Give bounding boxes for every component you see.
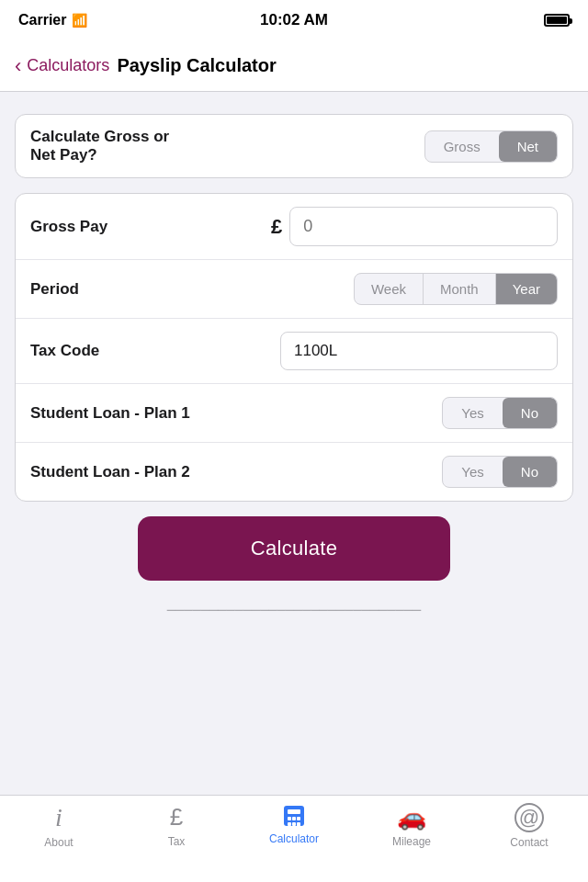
tab-tax[interactable]: £ Tax: [118, 803, 235, 848]
tab-about[interactable]: i About: [0, 803, 118, 849]
period-row: Period Week Month Year: [16, 260, 572, 319]
net-option[interactable]: Net: [499, 131, 557, 162]
period-label: Period: [30, 280, 354, 299]
gross-pay-input[interactable]: [289, 207, 558, 246]
loan1-yes-option[interactable]: Yes: [443, 398, 502, 428]
period-segmented: Week Month Year: [354, 273, 558, 305]
tab-calculator-label: Calculator: [269, 832, 319, 845]
carrier-label: Carrier: [18, 12, 66, 28]
week-option[interactable]: Week: [355, 274, 424, 304]
svg-rect-2: [288, 817, 291, 820]
contact-icon: @: [514, 803, 544, 832]
month-option[interactable]: Month: [424, 274, 496, 304]
nav-bar: ‹ Calculators Payslip Calculator: [0, 40, 588, 92]
loan1-no-option[interactable]: No: [503, 398, 557, 428]
loan2-yes-option[interactable]: Yes: [443, 457, 502, 487]
svg-rect-5: [288, 822, 291, 826]
back-button[interactable]: ‹ Calculators: [15, 54, 109, 78]
tax-code-input[interactable]: [280, 332, 558, 370]
page-title: Payslip Calculator: [117, 55, 276, 76]
hint-area: ──────────────────────────────: [0, 595, 588, 623]
calculate-button-wrap: Calculate: [15, 516, 573, 581]
battery-icon: [544, 14, 570, 27]
svg-rect-6: [292, 822, 296, 826]
student-loan-1-segmented: Yes No: [442, 397, 558, 429]
tab-contact[interactable]: @ Contact: [470, 803, 588, 849]
status-time: 10:02 AM: [260, 11, 328, 29]
mileage-icon: 🚗: [397, 803, 426, 831]
gross-net-label: Calculate Gross orNet Pay?: [30, 128, 424, 164]
status-bar: Carrier 📶 10:02 AM: [0, 0, 588, 40]
student-loan-2-row: Student Loan - Plan 2 Yes No: [16, 443, 572, 501]
svg-rect-3: [292, 817, 296, 820]
calculate-button[interactable]: Calculate: [138, 516, 450, 581]
loan2-no-option[interactable]: No: [503, 457, 557, 487]
student-loan-1-row: Student Loan - Plan 1 Yes No: [16, 384, 572, 443]
tab-tax-label: Tax: [168, 835, 186, 848]
tab-about-label: About: [44, 836, 73, 849]
chevron-left-icon: ‹: [15, 54, 21, 78]
tab-mileage-label: Mileage: [392, 835, 431, 848]
student-loan-1-label: Student Loan - Plan 1: [30, 404, 442, 423]
pound-symbol: £: [271, 215, 282, 239]
tax-code-label: Tax Code: [30, 342, 280, 360]
back-label[interactable]: Calculators: [27, 56, 109, 75]
tax-icon: £: [170, 803, 183, 831]
gross-net-segmented: Gross Net: [424, 130, 558, 163]
hint-text: ──────────────────────────────: [167, 603, 421, 616]
calculator-icon: [281, 803, 307, 829]
main-fields-card: Gross Pay £ Period Week Month Year Tax C…: [15, 193, 573, 502]
student-loan-2-segmented: Yes No: [442, 456, 558, 488]
svg-rect-1: [288, 809, 300, 814]
gross-pay-label: Gross Pay: [30, 218, 271, 236]
student-loan-2-label: Student Loan - Plan 2: [30, 463, 442, 481]
gross-option[interactable]: Gross: [425, 131, 499, 162]
gross-pay-row: Gross Pay £: [16, 194, 572, 260]
gross-net-row: Calculate Gross orNet Pay? Gross Net: [16, 115, 572, 177]
wifi-icon: 📶: [72, 13, 87, 28]
year-option[interactable]: Year: [496, 274, 557, 304]
tab-mileage[interactable]: 🚗 Mileage: [353, 803, 470, 848]
tab-contact-label: Contact: [510, 836, 548, 849]
tab-bar: i About £ Tax Calculator 🚗 Mileage @ Con…: [0, 795, 588, 882]
svg-rect-4: [297, 817, 300, 820]
svg-rect-7: [297, 822, 300, 829]
gross-net-card: Calculate Gross orNet Pay? Gross Net: [15, 114, 573, 178]
tab-calculator[interactable]: Calculator: [235, 803, 353, 845]
status-left: Carrier 📶: [18, 12, 87, 28]
about-icon: i: [55, 803, 62, 832]
status-right: [544, 14, 570, 27]
tax-code-row: Tax Code: [16, 319, 572, 384]
